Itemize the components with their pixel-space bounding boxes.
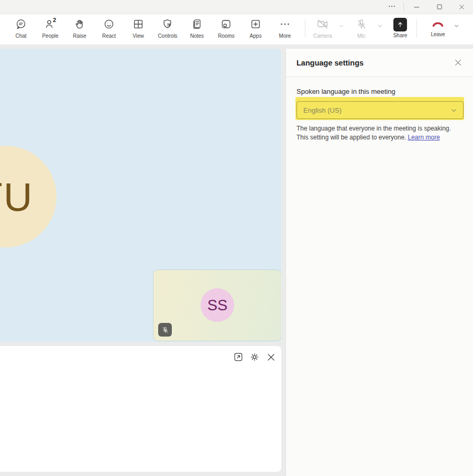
meeting-toolbar: Chat 2 People Raise React View (0, 14, 473, 45)
window-more-options-button[interactable] (380, 0, 403, 14)
titlebar-divider (403, 3, 404, 11)
leave-button[interactable]: Leave (423, 14, 453, 44)
spoken-language-dropdown[interactable]: English (US) (296, 101, 464, 119)
window-maximize-button[interactable] (428, 0, 450, 14)
learn-more-link[interactable]: Learn more (408, 134, 439, 141)
captions-panel (0, 346, 281, 472)
self-avatar-initials: SS (207, 297, 228, 314)
react-smiley-icon (103, 18, 115, 32)
video-stage: TU SS (0, 49, 281, 342)
share-screen-icon (393, 18, 407, 31)
people-button[interactable]: 2 People (36, 14, 65, 44)
camera-button[interactable]: Camera (308, 14, 337, 44)
panel-header: Language settings (286, 49, 473, 77)
camera-off-icon (316, 18, 329, 32)
chevron-down-icon (338, 23, 344, 29)
close-icon (266, 352, 276, 362)
mic-off-icon (355, 18, 368, 32)
rooms-label: Rooms (218, 33, 235, 39)
panel-body: Spoken language in this meeting English … (286, 88, 473, 142)
panel-title: Language settings (296, 59, 364, 67)
chevron-down-icon (450, 107, 457, 114)
window-titlebar (0, 0, 473, 14)
view-button[interactable]: View (124, 14, 153, 44)
remote-avatar-initials: TU (0, 174, 34, 220)
react-label: React (102, 33, 116, 39)
raise-hand-icon (73, 18, 86, 32)
apps-plus-icon (249, 18, 262, 32)
raise-label: Raise (73, 33, 86, 39)
camera-options-chevron[interactable] (337, 14, 345, 44)
camera-label: Camera (313, 33, 332, 39)
spoken-language-label: Spoken language in this meeting (296, 88, 463, 95)
popout-panel-button[interactable] (233, 352, 244, 362)
close-icon (458, 4, 465, 10)
mic-button[interactable]: Mic (347, 14, 376, 44)
controls-label: Controls (158, 33, 177, 39)
share-label: Share (393, 33, 408, 38)
captions-toolbar (233, 352, 276, 362)
leave-label: Leave (431, 31, 445, 37)
more-button[interactable]: More (270, 14, 300, 44)
dropdown-highlight: English (US) (295, 97, 464, 120)
captions-close-button[interactable] (266, 352, 276, 362)
mic-muted-icon (161, 326, 169, 334)
shield-gear-icon (161, 18, 174, 32)
view-label: View (133, 33, 144, 39)
minimize-icon (413, 4, 420, 10)
captions-settings-button[interactable] (249, 352, 260, 362)
ellipsis-icon (388, 3, 395, 12)
raise-hand-button[interactable]: Raise (65, 14, 94, 44)
react-button[interactable]: React (94, 14, 124, 44)
share-button[interactable]: Share (386, 14, 415, 44)
chevron-down-icon (377, 23, 383, 29)
toolbar-divider (305, 19, 305, 37)
more-label: More (279, 33, 291, 39)
people-label: People (42, 33, 58, 39)
window-minimize-button[interactable] (405, 0, 428, 14)
leave-options-chevron[interactable] (453, 14, 460, 44)
apps-button[interactable]: Apps (241, 14, 270, 44)
language-settings-panel: Language settings Spoken language in thi… (285, 49, 473, 476)
teams-meeting-window: Chat 2 People Raise React View (0, 0, 473, 476)
chat-button[interactable]: Chat (6, 14, 36, 44)
close-icon (454, 58, 463, 67)
self-video-tile[interactable]: SS (153, 270, 281, 341)
rooms-button[interactable]: Rooms (212, 14, 241, 44)
self-avatar: SS (201, 288, 234, 322)
open-in-window-icon (233, 352, 244, 362)
window-close-button[interactable] (450, 0, 473, 14)
mic-label: Mic (357, 33, 366, 39)
grid-view-icon (132, 18, 145, 32)
maximize-icon (436, 4, 443, 10)
notes-document-icon (191, 18, 203, 32)
gear-icon (249, 352, 260, 362)
mic-muted-badge (158, 323, 172, 337)
panel-close-button[interactable] (453, 57, 464, 68)
chevron-down-icon (454, 23, 459, 29)
mic-options-chevron[interactable] (376, 14, 383, 44)
remote-participant-avatar: TU (0, 146, 57, 247)
dropdown-selected-value: English (US) (303, 106, 342, 114)
chat-icon (15, 18, 27, 32)
toolbar-divider (416, 19, 417, 37)
rooms-icon (220, 18, 233, 32)
apps-label: Apps (250, 33, 262, 39)
hang-up-icon (431, 18, 445, 30)
dropdown-help-text: The language that everyone in the meetin… (296, 124, 463, 142)
notes-label: Notes (190, 33, 204, 39)
notes-button[interactable]: Notes (182, 14, 212, 44)
controls-button[interactable]: Controls (153, 14, 182, 44)
chat-label: Chat (15, 33, 26, 39)
more-dots-icon (279, 18, 291, 32)
people-count-badge: 2 (53, 17, 56, 23)
